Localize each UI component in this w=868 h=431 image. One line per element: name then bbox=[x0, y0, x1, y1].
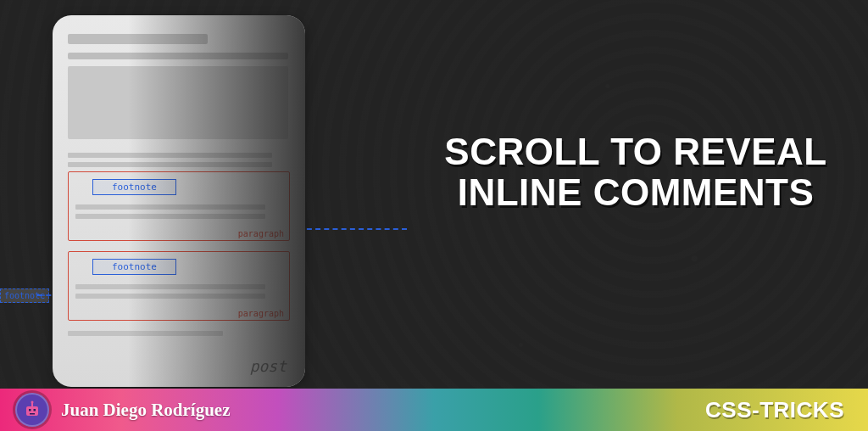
paragraph-box: footnote paragraph bbox=[68, 251, 290, 321]
paragraph-box: footnote paragraph bbox=[68, 171, 290, 241]
skeleton-line bbox=[68, 162, 272, 167]
illustration-card: footnote paragraph footnote paragraph po… bbox=[53, 15, 305, 387]
author-name: Juan Diego Rodríguez bbox=[61, 400, 231, 421]
footnote-box: footnote bbox=[92, 259, 176, 275]
svg-point-5 bbox=[31, 401, 34, 404]
skeleton-line bbox=[75, 214, 265, 219]
skeleton-subheading bbox=[68, 53, 288, 59]
robot-icon bbox=[22, 400, 42, 420]
skeleton-hero-block bbox=[68, 66, 288, 139]
paragraph-label: paragraph bbox=[238, 229, 284, 238]
paragraph-label: paragraph bbox=[238, 309, 284, 318]
author-avatar bbox=[15, 393, 49, 427]
svg-rect-1 bbox=[29, 409, 31, 411]
article-title: SCROLL TO REVEAL INLINE COMMENTS bbox=[441, 132, 831, 212]
svg-rect-2 bbox=[34, 409, 36, 411]
post-label: post bbox=[250, 357, 287, 375]
skeleton-line bbox=[75, 284, 265, 289]
author-block: Juan Diego Rodríguez bbox=[15, 393, 231, 427]
footer-bar: Juan Diego Rodríguez CSS-TRICKS bbox=[0, 389, 868, 431]
footnote-box: footnote bbox=[92, 179, 176, 195]
title-line-1: SCROLL TO REVEAL bbox=[441, 132, 831, 172]
skeleton-line bbox=[68, 153, 272, 158]
skeleton-line bbox=[75, 294, 265, 299]
skeleton-line bbox=[68, 331, 223, 336]
skeleton-heading bbox=[68, 34, 208, 44]
skeleton-line bbox=[75, 204, 265, 210]
title-line-2: INLINE COMMENTS bbox=[441, 172, 831, 213]
site-logo-text: CSS-TRICKS bbox=[705, 397, 844, 423]
svg-rect-3 bbox=[30, 413, 35, 415]
